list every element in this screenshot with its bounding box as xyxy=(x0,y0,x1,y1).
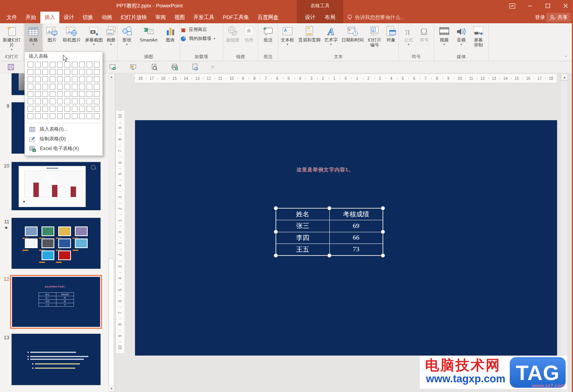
table-grid-cell[interactable] xyxy=(94,106,100,112)
table-header-cell[interactable]: 考核成绩 xyxy=(329,209,383,220)
table-grid-cell[interactable] xyxy=(79,76,85,82)
save-icon[interactable] xyxy=(7,63,15,71)
table-grid-cell[interactable] xyxy=(79,113,85,119)
table-grid-cell[interactable] xyxy=(64,113,70,119)
table-grid-cell[interactable] xyxy=(35,106,41,112)
table-cell[interactable]: 李四 xyxy=(276,232,330,243)
menu-tab-9[interactable]: 开发工具 xyxy=(189,12,219,23)
table-grid-cell[interactable] xyxy=(64,84,70,90)
table-grid-cell[interactable] xyxy=(42,113,48,119)
quick-print-icon[interactable] xyxy=(171,63,178,71)
table-grid-cell[interactable] xyxy=(79,69,85,75)
slide-table[interactable]: 姓名考核成绩张三69李四66王五73 xyxy=(276,208,383,256)
share-button[interactable]: 共享 xyxy=(546,13,571,22)
table-grid-cell[interactable] xyxy=(87,91,92,97)
scrollbar-thumb[interactable] xyxy=(109,259,114,387)
selection-handle[interactable] xyxy=(274,206,278,211)
table-grid-cell[interactable] xyxy=(79,84,85,90)
table-grid-cell[interactable] xyxy=(28,69,33,75)
table-grid-cell[interactable] xyxy=(72,62,78,67)
table-grid-cell[interactable] xyxy=(35,62,41,67)
selection-handle[interactable] xyxy=(381,230,385,234)
scroll-down-icon[interactable]: ▼ xyxy=(108,385,115,392)
table-grid-cell[interactable] xyxy=(50,62,55,67)
shapes-button[interactable]: 形状 ▾ xyxy=(118,24,135,46)
object-button[interactable]: 对象 xyxy=(384,24,398,43)
close-icon[interactable] xyxy=(562,2,569,9)
smartart-button[interactable]: SmartArt xyxy=(135,24,162,43)
store-button[interactable]: 应用商店 xyxy=(180,26,207,33)
slide-title-text[interactable]: 这里是举例文字内容1。 xyxy=(290,166,360,173)
table-grid-cell[interactable] xyxy=(79,98,85,104)
table-grid-cell[interactable] xyxy=(94,69,100,75)
table-cell[interactable]: 王五 xyxy=(276,243,330,255)
table-grid-cell[interactable] xyxy=(42,84,48,90)
editor-scrollbar[interactable]: ▲ xyxy=(561,73,567,392)
screen-recording-button[interactable]: 屏幕录制 xyxy=(470,24,487,48)
menu-tab-6[interactable]: 幻灯片放映 xyxy=(116,12,151,23)
table-grid-cell[interactable] xyxy=(64,62,70,67)
selection-handle[interactable] xyxy=(327,206,332,211)
table-cell[interactable]: 69 xyxy=(329,220,383,232)
table-grid-cell[interactable] xyxy=(87,69,92,75)
table-grid-cell[interactable] xyxy=(42,69,48,75)
minimize-icon[interactable] xyxy=(526,2,533,9)
slide-thumbnail-12[interactable]: 这里是举例文字内容1。姓名考核成绩张三69李四66王五73 xyxy=(10,275,102,329)
scroll-up-icon[interactable]: ▲ xyxy=(561,74,568,81)
qat-more-icon[interactable] xyxy=(210,63,215,71)
comment-button[interactable]: 批注 xyxy=(260,24,276,43)
ribbon-display-options-icon[interactable] xyxy=(509,2,516,9)
thumbnail-scrollbar[interactable]: ▲ ▼ xyxy=(108,73,114,392)
table-grid-cell[interactable] xyxy=(50,106,55,112)
table-grid-cell[interactable] xyxy=(87,76,92,82)
slideshow-icon[interactable] xyxy=(129,63,137,71)
table-grid-cell[interactable] xyxy=(72,91,78,97)
table-grid-cell[interactable] xyxy=(94,62,100,67)
table-grid-cell[interactable] xyxy=(94,98,100,104)
document-link-icon[interactable] xyxy=(191,63,199,71)
table-grid-cell[interactable] xyxy=(35,98,41,104)
chart-button[interactable]: 图表 xyxy=(162,24,179,43)
menu-tab-11[interactable]: 百度网盘 xyxy=(253,12,283,23)
table-grid-cell[interactable] xyxy=(28,98,33,104)
table-grid-cell[interactable] xyxy=(72,98,78,104)
table-grid-cell[interactable] xyxy=(50,113,55,119)
selection-handle[interactable] xyxy=(381,254,385,258)
table-grid-cell[interactable] xyxy=(28,76,33,82)
header-footer-button[interactable]: 页眉和页脚 xyxy=(297,24,322,43)
table-grid-cell[interactable] xyxy=(57,91,63,97)
selection-handle[interactable] xyxy=(274,254,278,258)
table-grid-cell[interactable] xyxy=(42,76,48,82)
slide-number-button[interactable]: # 幻灯片编号 xyxy=(365,24,384,48)
table-cell[interactable]: 66 xyxy=(329,232,383,243)
table-grid-cell[interactable] xyxy=(57,62,63,67)
tell-me-box[interactable]: 告诉我您想要做什么... xyxy=(347,12,405,23)
table-grid-cell[interactable] xyxy=(35,113,41,119)
tab-table-layout[interactable]: 布局 xyxy=(322,12,338,23)
table-grid-cell[interactable] xyxy=(64,98,70,104)
my-addins-button[interactable]: 我的加载项 ▾ xyxy=(180,35,215,42)
menu-tab-10[interactable]: PDF工具集 xyxy=(219,12,254,23)
menu-tab-7[interactable]: 审阅 xyxy=(151,12,170,23)
table-grid-cell[interactable] xyxy=(28,62,33,67)
table-grid-cell[interactable] xyxy=(35,69,41,75)
table-grid-cell[interactable] xyxy=(42,98,48,104)
menu-tab-5[interactable]: 动画 xyxy=(97,12,116,23)
table-grid-cell[interactable] xyxy=(72,69,78,75)
menu-tab-0[interactable]: 文件 xyxy=(2,12,21,23)
table-grid-cell[interactable] xyxy=(42,106,48,112)
start-slideshow-icon[interactable] xyxy=(109,63,116,71)
table-grid-cell[interactable] xyxy=(50,91,55,97)
table-grid-cell[interactable] xyxy=(64,106,70,112)
online-pictures-button[interactable]: 联机图片 xyxy=(61,24,83,43)
menu-tab-2[interactable]: 插入 xyxy=(40,12,59,23)
text-box-button[interactable]: A 文本框 ▾ xyxy=(278,24,297,46)
table-grid-cell[interactable] xyxy=(72,106,78,112)
table-grid-cell[interactable] xyxy=(35,84,41,90)
table-grid-cell[interactable] xyxy=(50,84,55,90)
menu-tab-1[interactable]: 开始 xyxy=(21,12,40,23)
table-grid-cell[interactable] xyxy=(28,91,33,97)
wordart-button[interactable]: A 艺术字 ▾ xyxy=(322,24,340,46)
table-grid-cell[interactable] xyxy=(50,98,55,104)
slide-table-selection[interactable]: 姓名考核成绩张三69李四66王五73 xyxy=(275,208,383,256)
